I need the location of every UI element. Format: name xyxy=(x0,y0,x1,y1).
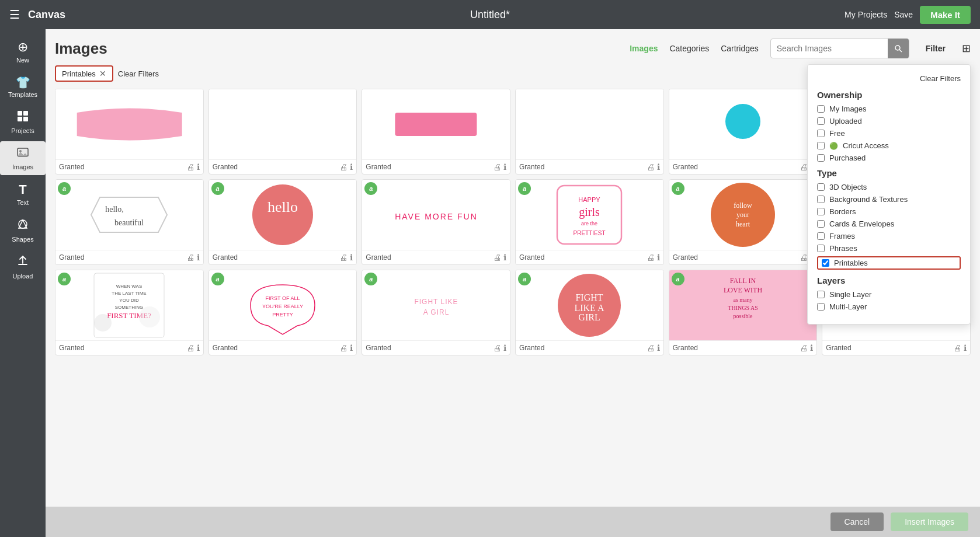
checkbox-frames[interactable] xyxy=(817,232,825,240)
grid-view-button[interactable]: ⊞ xyxy=(962,42,971,55)
image-card[interactable]: a FIGHT LIKE A GIRL Granted 🖨 ℹ xyxy=(362,270,510,355)
filter-tag-label: Printables xyxy=(62,69,96,78)
checkbox-multi-layer[interactable] xyxy=(817,303,825,311)
sidebar-item-label-text: Text xyxy=(17,199,29,206)
image-card[interactable]: Granted 🖨 ℹ xyxy=(362,89,510,175)
card-footer: Granted 🖨 ℹ xyxy=(669,250,817,264)
filter-my-images[interactable]: My Images xyxy=(817,104,961,113)
bottom-bar: Cancel Insert Images xyxy=(46,507,980,537)
images-icon xyxy=(16,146,29,162)
upload-icon xyxy=(16,254,29,271)
tab-images[interactable]: Images xyxy=(630,41,658,55)
filter-panel: Clear Filters Ownership My Images Upload… xyxy=(807,64,971,325)
my-projects-button[interactable]: My Projects xyxy=(845,10,887,19)
top-navigation: ☰ Canvas Untitled* My Projects Save Make… xyxy=(0,0,980,29)
access-badge: a xyxy=(518,273,531,285)
filter-single-layer[interactable]: Single Layer xyxy=(817,290,961,299)
svg-text:YOU'RE REALLY: YOU'RE REALLY xyxy=(262,304,303,309)
checkbox-borders[interactable] xyxy=(817,208,825,215)
checkbox-cards-envelopes[interactable] xyxy=(817,220,825,228)
card-label: Granted xyxy=(59,253,84,261)
card-icons: 🖨 ℹ xyxy=(647,162,660,172)
checkbox-my-images[interactable] xyxy=(817,105,825,113)
cancel-button[interactable]: Cancel xyxy=(830,512,884,531)
filter-printables[interactable]: Printables xyxy=(817,256,961,270)
make-it-button[interactable]: Make It xyxy=(920,6,971,24)
filter-cards-envelopes[interactable]: Cards & Envelopes xyxy=(817,219,961,228)
card-footer: Granted 🖨 ℹ xyxy=(669,159,817,174)
sidebar: ⊕ New 👕 Templates Projects Images T Text xyxy=(0,29,46,537)
sidebar-item-text[interactable]: T Text xyxy=(0,177,46,211)
insert-images-button[interactable]: Insert Images xyxy=(891,512,968,531)
sidebar-item-upload[interactable]: Upload xyxy=(0,250,46,284)
card-icons: 🖨 ℹ xyxy=(647,253,660,262)
checkbox-printables[interactable] xyxy=(822,259,829,267)
filter-free[interactable]: Free xyxy=(817,129,961,138)
card-footer: Granted 🖨 ℹ xyxy=(822,340,970,355)
tab-bar: Images Categories Cartridges Filter ⊞ xyxy=(630,39,971,58)
card-icons: 🖨 ℹ xyxy=(493,343,506,353)
image-card[interactable]: a follow your heart Granted 🖨 ℹ xyxy=(669,179,818,265)
card-footer: Granted 🖨 ℹ xyxy=(55,159,203,174)
filter-button[interactable]: Filter xyxy=(921,44,950,53)
svg-text:FIRST OF ALL: FIRST OF ALL xyxy=(266,295,300,301)
access-badge: a xyxy=(672,273,684,285)
sidebar-item-projects[interactable]: Projects xyxy=(0,105,46,139)
filter-frames[interactable]: Frames xyxy=(817,232,961,240)
sidebar-item-label-upload: Upload xyxy=(13,273,33,280)
hamburger-menu[interactable]: ☰ xyxy=(9,8,20,22)
image-card[interactable]: Granted 🖨 ℹ xyxy=(669,89,818,175)
remove-filter-button[interactable]: ✕ xyxy=(99,69,106,78)
sidebar-item-label-shapes: Shapes xyxy=(12,236,33,243)
svg-text:are the: are the xyxy=(581,221,597,226)
svg-rect-0 xyxy=(18,111,22,116)
image-card[interactable]: Granted 🖨 ℹ xyxy=(515,89,664,175)
filter-purchased[interactable]: Purchased xyxy=(817,154,961,162)
sidebar-item-templates[interactable]: 👕 Templates xyxy=(0,71,46,103)
checkbox-uploaded[interactable] xyxy=(817,117,825,125)
clear-filters-button[interactable]: Clear Filters xyxy=(118,69,159,78)
image-card[interactable]: a HAPPY girls are the PRETTIEST Granted … xyxy=(515,179,664,265)
sidebar-item-images[interactable]: Images xyxy=(0,141,46,175)
tab-categories[interactable]: Categories xyxy=(669,41,709,55)
sidebar-item-new[interactable]: ⊕ New xyxy=(0,35,46,68)
sidebar-item-shapes[interactable]: Shapes xyxy=(0,213,46,247)
image-card[interactable]: a FALL IN LOVE WITH as many THINGS AS po… xyxy=(669,270,818,355)
image-card[interactable]: a FIRST OF ALL YOU'RE REALLY PRETTY Gran… xyxy=(208,270,357,355)
filter-background-textures[interactable]: Background & Textures xyxy=(817,195,961,204)
image-card[interactable]: Granted 🖨 ℹ xyxy=(55,89,204,175)
tab-cartridges[interactable]: Cartridges xyxy=(721,41,759,55)
filter-label-borders: Borders xyxy=(829,207,856,216)
card-icons: 🖨 ℹ xyxy=(339,343,353,353)
checkbox-phrases[interactable] xyxy=(817,245,825,252)
image-card[interactable]: a hello Granted 🖨 ℹ xyxy=(208,179,357,265)
svg-text:your: your xyxy=(736,211,749,219)
checkbox-3d-objects[interactable] xyxy=(817,183,825,191)
image-card[interactable]: a FIGHT LIKE A GIRL Granted 🖨 ℹ xyxy=(515,270,664,355)
search-button[interactable] xyxy=(888,39,909,58)
image-card[interactable]: a HAVE MORE FUN Granted 🖨 ℹ xyxy=(362,179,510,265)
filter-panel-clear[interactable]: Clear Filters xyxy=(817,74,961,83)
new-icon: ⊕ xyxy=(18,40,28,55)
card-icons: 🖨 ℹ xyxy=(647,343,660,353)
search-input[interactable] xyxy=(771,44,888,53)
checkbox-free[interactable] xyxy=(817,130,825,137)
filter-multi-layer[interactable]: Multi-Layer xyxy=(817,302,961,311)
checkbox-purchased[interactable] xyxy=(817,154,825,162)
image-card[interactable]: a hello, beautiful Granted 🖨 ℹ xyxy=(55,179,204,265)
save-button[interactable]: Save xyxy=(894,10,913,19)
filter-cricut-access[interactable]: 🟢 Cricut Access xyxy=(817,141,961,150)
filter-phrases[interactable]: Phrases xyxy=(817,244,961,253)
svg-text:hello,: hello, xyxy=(106,205,124,214)
filter-uploaded[interactable]: Uploaded xyxy=(817,117,961,125)
checkbox-cricut-access[interactable] xyxy=(817,142,825,149)
filter-3d-objects[interactable]: 3D Objects xyxy=(817,183,961,191)
image-card[interactable]: Granted 🖨 ℹ xyxy=(208,89,357,175)
checkbox-background-textures[interactable] xyxy=(817,196,825,203)
svg-text:possible: possible xyxy=(734,313,753,319)
image-card[interactable]: a WHEN WAS THE LAST TIME YOU DID SOMETHI… xyxy=(55,270,204,355)
checkbox-single-layer[interactable] xyxy=(817,291,825,298)
access-badge: a xyxy=(58,273,71,285)
active-filter-tag[interactable]: Printables ✕ xyxy=(55,65,113,82)
filter-borders[interactable]: Borders xyxy=(817,207,961,216)
